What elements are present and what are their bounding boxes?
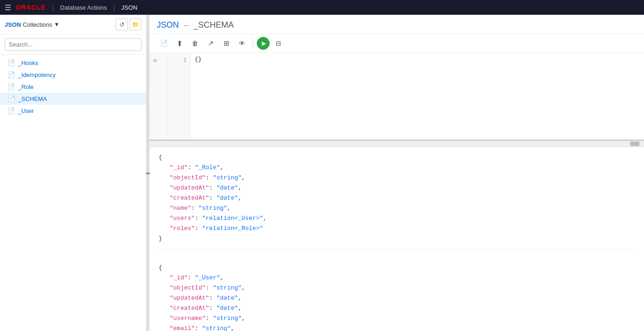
content-title-sep: –	[184, 20, 189, 30]
sidebar-dropdown-icon[interactable]: ▼	[54, 21, 59, 28]
add-folder-icon: 📁	[132, 21, 139, 28]
toolbar: 📄 ⬆ 🗑 ↗ ⊞ 👁 ▶ ⊟	[149, 34, 644, 53]
content-header: JSON – _SCHEMA	[149, 15, 644, 34]
result-line: "objectId": "string",	[159, 173, 635, 183]
fold-gutter: ≡	[149, 53, 168, 140]
result-line: "email": "string",	[159, 324, 635, 331]
collection-icon: 📄	[7, 71, 15, 78]
collection-item-hooks[interactable]: 📄 _Hooks	[0, 57, 146, 69]
nav-separator: |	[52, 4, 53, 11]
refresh-icon: ↺	[119, 21, 124, 28]
format-icon: ⊟	[276, 40, 281, 47]
export-button[interactable]: ↗	[204, 37, 218, 50]
search-input[interactable]	[5, 38, 142, 51]
line-number-1: 1	[168, 55, 190, 66]
delete-button[interactable]: 🗑	[188, 37, 202, 50]
sidebar-title: JSON Collections ▼	[5, 21, 59, 28]
result-line: {	[159, 153, 635, 163]
result-line: "_id": "_User",	[159, 273, 635, 283]
result-line: "createdAt": "date",	[159, 193, 635, 203]
sidebar-actions: ↺ 📁	[116, 18, 142, 30]
collection-icon: 📄	[7, 95, 15, 102]
resize-handle[interactable]	[147, 15, 149, 331]
collection-name: _Idempotency	[18, 71, 56, 78]
eye-icon: 👁	[239, 40, 245, 47]
collection-item-role[interactable]: 📄 _Role	[0, 81, 146, 93]
content-title: JSON – _SCHEMA	[157, 20, 234, 30]
collection-list: 📄 _Hooks 📄 _Idempotency 📄 _Role 📄 _SCHEM…	[0, 55, 146, 331]
page-title: JSON	[121, 4, 137, 11]
new-doc-icon: 📄	[160, 40, 168, 47]
result-block-role: { "_id": "_Role", "objectId": "string", …	[159, 147, 635, 250]
result-block-user: { "_id": "_User", "objectId": "string", …	[159, 257, 635, 331]
sidebar-collections-label: Collections	[23, 21, 52, 28]
upload-button[interactable]: ⬆	[172, 37, 186, 50]
collection-name: _User	[18, 107, 34, 114]
sidebar-header: JSON Collections ▼ ↺ 📁	[0, 15, 146, 35]
sidebar-json-label: JSON	[5, 21, 21, 28]
collection-icon: 📄	[7, 83, 15, 90]
collection-icon: 📄	[7, 107, 15, 114]
collection-name: _SCHEMA	[18, 95, 47, 102]
result-line: "_id": "_Role",	[159, 163, 635, 173]
collection-item-schema[interactable]: 📄 _SCHEMA	[0, 93, 146, 105]
run-icon: ▶	[262, 40, 266, 47]
nav-pipe: |	[113, 4, 115, 11]
add-collection-button[interactable]: 📁	[130, 18, 142, 30]
content-area: JSON – _SCHEMA 📄 ⬆ 🗑 ↗ ⊞ 👁	[149, 15, 644, 331]
run-button[interactable]: ▶	[257, 37, 270, 50]
delete-icon: 🗑	[192, 40, 198, 47]
result-line: "updatedAt": "date",	[159, 293, 635, 303]
result-spacer	[159, 250, 635, 257]
format-button[interactable]: ⊟	[272, 37, 285, 50]
oracle-logo: ORACLE	[16, 4, 46, 11]
table-view-button[interactable]: ⊞	[219, 37, 233, 50]
code-editor[interactable]: {}	[191, 53, 644, 140]
toolbar-divider	[253, 38, 253, 49]
refresh-button[interactable]: ↺	[116, 18, 128, 30]
fold-icon[interactable]: ≡	[149, 55, 167, 66]
table-icon: ⊞	[224, 39, 230, 47]
editor-section: ≡ 1 {} { "_id": "_Role", "objectI	[149, 53, 644, 331]
result-line: "createdAt": "date",	[159, 303, 635, 313]
preview-button[interactable]: 👁	[235, 37, 249, 50]
collection-item-user[interactable]: 📄 _User	[0, 105, 146, 117]
results-area[interactable]: { "_id": "_Role", "objectId": "string", …	[149, 147, 644, 331]
sidebar: JSON Collections ▼ ↺ 📁 📄 _Hooks	[0, 15, 147, 331]
result-line: "roles": "relation<_Role>"	[159, 224, 635, 234]
result-line: "username": "string",	[159, 313, 635, 324]
result-line: "name": "string",	[159, 203, 635, 213]
result-line: }	[159, 234, 635, 244]
code-content: {}	[195, 56, 202, 63]
new-document-button[interactable]: 📄	[157, 37, 171, 50]
result-line: "updatedAt": "date",	[159, 183, 635, 193]
editor-top: ≡ 1 {}	[149, 53, 644, 141]
line-numbers: 1	[168, 53, 191, 140]
horizontal-scrollbar[interactable]	[149, 141, 644, 147]
navbar: ☰ ORACLE | Database Actions | JSON	[0, 0, 644, 15]
scroll-thumb[interactable]	[630, 142, 639, 146]
content-title-name: _SCHEMA	[194, 20, 234, 30]
result-line: {	[159, 263, 635, 273]
content-title-json: JSON	[157, 20, 179, 30]
menu-icon[interactable]: ☰	[5, 3, 11, 12]
export-icon: ↗	[208, 39, 214, 47]
upload-icon: ⬆	[177, 39, 183, 48]
result-line: "users": "relation<_User>",	[159, 213, 635, 224]
collection-item-idempotency[interactable]: 📄 _Idempotency	[0, 69, 146, 81]
collection-name: _Hooks	[18, 59, 38, 66]
app-title: Database Actions	[60, 4, 107, 11]
result-line: "objectId": "string",	[159, 283, 635, 293]
collection-icon: 📄	[7, 59, 15, 66]
sidebar-search-area	[0, 35, 146, 55]
main-layout: JSON Collections ▼ ↺ 📁 📄 _Hooks	[0, 15, 644, 331]
collection-name: _Role	[18, 83, 34, 90]
